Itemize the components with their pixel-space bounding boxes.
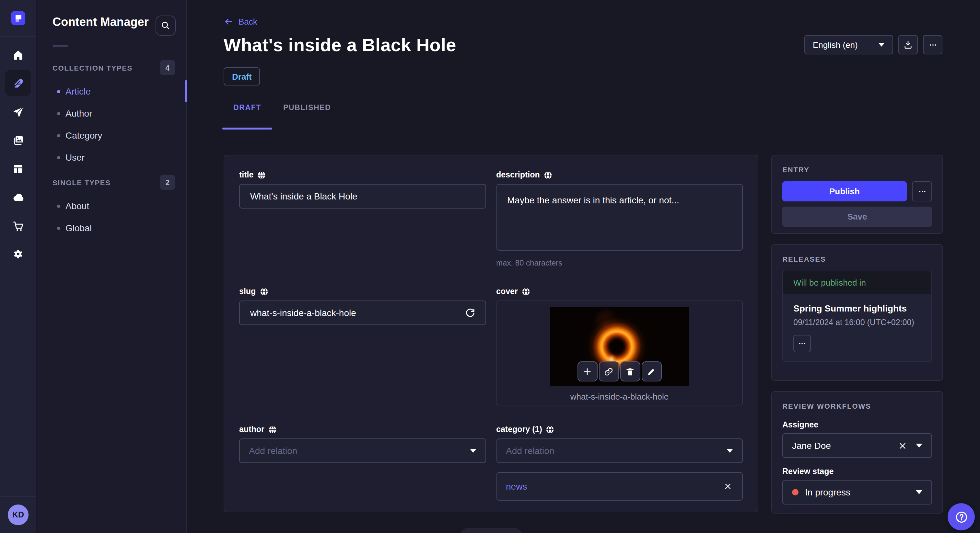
gear-icon (12, 249, 24, 260)
chevron-down-icon (469, 449, 476, 453)
add-media-button[interactable] (578, 362, 598, 381)
collection-types-label: COLLECTION TYPES (52, 64, 132, 71)
header-controls: English (en) (804, 35, 942, 54)
release-date: 09/11/2024 at 16:00 (UTC+02:00) (793, 318, 921, 327)
images-icon (12, 135, 24, 146)
entry-panel: ENTRY Publish Save (771, 155, 943, 234)
nav-settings-button[interactable] (5, 241, 31, 268)
nav-deploy-button[interactable] (5, 99, 31, 125)
author-relation-combobox[interactable]: Add relation (239, 438, 486, 463)
more-icon (798, 339, 806, 348)
nav-cloud-button[interactable] (5, 185, 31, 211)
cover-label: cover (496, 287, 743, 296)
edit-media-button[interactable] (642, 362, 662, 381)
cover-media-card: what-s-inside-a-black-hole (496, 300, 743, 405)
assignee-combobox[interactable]: Jane Doe (782, 433, 932, 458)
search-button[interactable] (156, 16, 176, 36)
category-label: category (1) (496, 425, 743, 434)
sidebar-item-about[interactable]: About (37, 195, 187, 217)
remove-relation-button[interactable] (723, 481, 733, 492)
slug-input[interactable] (239, 300, 486, 325)
category-relation-combobox[interactable]: Add relation (496, 438, 743, 463)
globe-icon (522, 287, 530, 296)
bullet-icon (57, 134, 60, 137)
tab-published[interactable]: PUBLISHED (272, 104, 342, 128)
chevron-down-icon (878, 43, 885, 47)
collection-types-header: COLLECTION TYPES 4 (52, 60, 175, 75)
sidebar-item-category[interactable]: Category (37, 124, 187, 146)
divider (0, 496, 36, 497)
nav-media-library-button[interactable] (5, 128, 31, 154)
regenerate-slug-button[interactable] (463, 305, 478, 320)
relation-link-news[interactable]: news (506, 481, 527, 492)
publish-button[interactable]: Publish (782, 181, 907, 201)
title-label: title (239, 170, 486, 179)
field-author: author Add relation (239, 425, 486, 463)
nav-content-type-builder-button[interactable] (5, 156, 31, 182)
nav-purchase-button[interactable] (5, 213, 31, 239)
sidebar-item-author[interactable]: Author (37, 102, 187, 124)
release-body: Spring Summer highlights 09/11/2024 at 1… (783, 294, 931, 362)
shopping-cart-icon (12, 220, 24, 232)
slug-label: slug (239, 287, 486, 296)
description-textarea[interactable]: Maybe the answer is in this article, or … (496, 184, 743, 251)
author-label: author (239, 425, 486, 434)
back-link[interactable]: Back (224, 17, 257, 27)
category-relation-item: news (496, 472, 743, 501)
sidebar-item-user[interactable]: User (37, 146, 187, 168)
link-icon (604, 366, 614, 377)
cloud-icon (12, 192, 24, 203)
globe-icon (257, 171, 266, 179)
releases-panel: RELEASES Will be published in Spring Sum… (771, 244, 943, 381)
search-icon (160, 20, 171, 31)
bottom-panel-peek (460, 528, 522, 533)
review-workflows-panel: REVIEW WORKFLOWS Assignee Jane Doe Revie… (771, 391, 943, 514)
status-badge: Draft (224, 67, 260, 86)
user-initials: KD (12, 510, 24, 519)
strapi-logo[interactable] (11, 11, 25, 25)
version-tabs: DRAFT PUBLISHED (222, 104, 342, 128)
bullet-icon (57, 90, 60, 93)
review-workflows-label: REVIEW WORKFLOWS (782, 402, 932, 410)
chevron-down-icon (916, 490, 922, 494)
divider (52, 45, 68, 47)
save-button[interactable]: Save (782, 206, 932, 227)
entry-more-button[interactable] (912, 181, 932, 201)
question-mark-icon (955, 510, 968, 523)
locale-select[interactable]: English (en) (804, 35, 893, 54)
download-icon (903, 40, 913, 50)
pencil-icon (646, 366, 657, 377)
tab-draft[interactable]: DRAFT (222, 104, 272, 128)
export-button[interactable] (898, 35, 918, 54)
arrow-left-icon (224, 17, 233, 27)
help-button[interactable] (948, 503, 975, 530)
field-category: category (1) Add relation news (496, 425, 743, 501)
releases-panel-label: RELEASES (782, 255, 932, 263)
release-more-button[interactable] (793, 335, 811, 352)
delete-media-button[interactable] (620, 362, 640, 381)
review-stage-select[interactable]: In progress (782, 480, 932, 504)
field-description: description Maybe the answer is in this … (496, 170, 743, 268)
user-avatar[interactable]: KD (8, 504, 29, 525)
close-icon (724, 482, 732, 490)
paper-plane-icon (12, 106, 24, 118)
plus-icon (582, 366, 593, 377)
nav-home-button[interactable] (5, 42, 31, 68)
single-types-count-badge: 2 (160, 175, 175, 190)
copy-link-button[interactable] (599, 362, 619, 381)
chevron-down-icon (727, 449, 733, 453)
field-slug: slug (239, 287, 486, 325)
entry-panel-label: ENTRY (782, 166, 932, 174)
single-types-header: SINGLE TYPES 2 (52, 175, 175, 190)
globe-icon (544, 171, 552, 179)
title-input[interactable] (239, 184, 486, 209)
sidebar-item-global[interactable]: Global (37, 217, 187, 239)
header-more-button[interactable] (923, 35, 942, 54)
globe-icon (546, 425, 555, 434)
clear-assignee-button[interactable] (897, 440, 908, 451)
nav-content-manager-button[interactable] (5, 70, 31, 96)
collection-types-count-badge: 4 (160, 60, 175, 75)
sidebar-item-article[interactable]: Article (37, 80, 187, 102)
cover-image (550, 307, 689, 386)
divider (0, 36, 36, 37)
